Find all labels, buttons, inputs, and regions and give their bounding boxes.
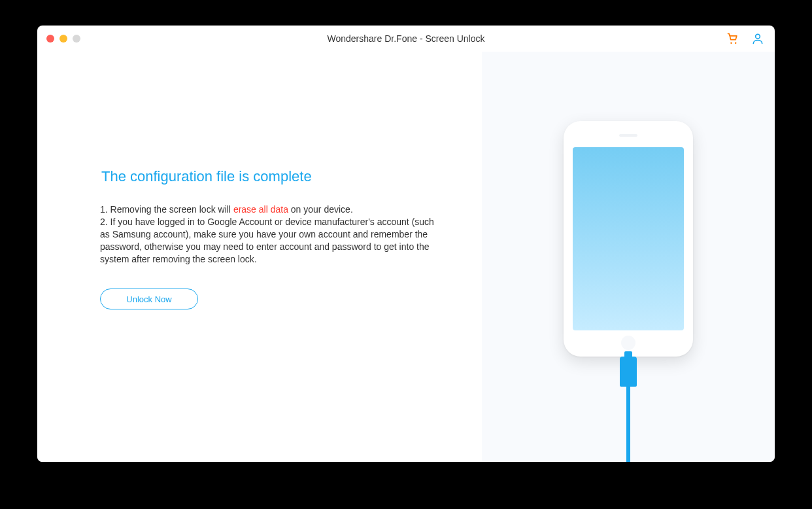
unlock-now-button[interactable]: Unlock Now: [100, 289, 198, 309]
note1-emphasis: erase all data: [233, 204, 288, 215]
phone-screen-icon: [573, 147, 684, 330]
note-item-2: 2. If you have logged in to Google Accou…: [100, 216, 440, 266]
note1-prefix: 1. Removing the screen lock will: [100, 204, 233, 215]
minimize-window-button[interactable]: [59, 35, 67, 43]
maximize-window-button[interactable]: [73, 35, 80, 43]
svg-point-2: [756, 34, 760, 39]
app-window: Wondershare Dr.Fone - Screen Unlock The …: [37, 26, 775, 462]
svg-point-1: [735, 42, 737, 44]
phone-illustration: [564, 121, 693, 357]
user-icon[interactable]: [751, 32, 764, 45]
phone-speaker-icon: [619, 134, 637, 137]
close-window-button[interactable]: [46, 35, 54, 43]
phone-home-icon: [621, 336, 635, 350]
left-pane: The configuration file is complete 1. Re…: [37, 52, 482, 462]
note-item-1: 1. Removing the screen lock will erase a…: [100, 203, 440, 216]
content-area: The configuration file is complete 1. Re…: [37, 52, 775, 462]
svg-point-0: [730, 42, 732, 44]
window-controls: [46, 35, 80, 43]
titlebar-actions: [726, 26, 764, 52]
cart-icon[interactable]: [726, 32, 739, 45]
right-pane: [482, 52, 775, 462]
notes-block: 1. Removing the screen lock will erase a…: [100, 203, 440, 265]
note1-suffix: on your device.: [288, 204, 353, 215]
cable-plug-icon: [620, 357, 637, 387]
window-title: Wondershare Dr.Fone - Screen Unlock: [37, 33, 775, 44]
cable-wire-icon: [626, 385, 630, 462]
titlebar: Wondershare Dr.Fone - Screen Unlock: [37, 26, 775, 52]
page-heading: The configuration file is complete: [101, 168, 458, 185]
